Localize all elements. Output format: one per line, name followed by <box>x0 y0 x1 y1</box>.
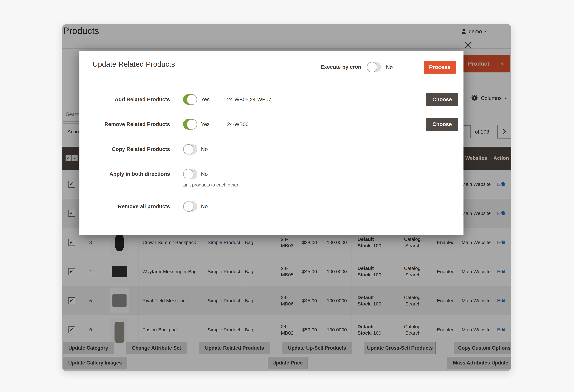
row-websites: Main Website <box>461 199 491 228</box>
choose-remove-button[interactable]: Choose <box>426 118 458 131</box>
apply-both-directions-label: Apply in both directions <box>80 168 170 181</box>
update-cross-sell-products-button[interactable]: Update Cross-Sell Products <box>364 342 436 354</box>
execute-by-cron-toggle[interactable] <box>367 62 381 72</box>
row-checkbox[interactable]: ✓ <box>68 326 75 333</box>
copy-related-products-label: Copy Related Products <box>80 143 170 156</box>
select-all-control[interactable]: ✓ ▼ <box>62 147 81 170</box>
add-product-split-button[interactable]: Product ▼ <box>463 55 510 73</box>
row-price: $45.00 <box>297 257 322 286</box>
row-qty: 100.0000 <box>322 257 351 286</box>
next-page-button[interactable] <box>497 125 511 138</box>
row-status: Enabled <box>430 286 461 315</box>
close-icon[interactable] <box>463 40 473 50</box>
screen: Products demo ▼ Product ▼ Search Actions <box>0 0 574 392</box>
table-row: ✓ 4 Wayfarer Messenger Bag Simple Produc… <box>62 257 511 286</box>
mass-attributes-update-button[interactable]: Mass Attributes Update <box>447 357 511 369</box>
row-id: 4 <box>81 257 100 286</box>
row-type: Simple Product <box>205 257 240 286</box>
apply-both-directions-note: Link products to each other <box>182 182 238 187</box>
edit-link[interactable]: Edit <box>497 327 505 333</box>
add-related-products-toggle[interactable] <box>183 94 197 105</box>
process-button[interactable]: Process <box>424 61 456 74</box>
row-sku: 24-MB06 <box>278 286 297 315</box>
add-related-products-input[interactable] <box>224 93 420 106</box>
row-stock: DefaultStock: 100 <box>351 315 396 344</box>
table-row: ✓ 5 Rival Field Messenger Simple Product… <box>62 286 511 315</box>
columns-control[interactable]: Columns ▼ <box>471 93 508 103</box>
row-checkbox[interactable]: ✓ <box>68 181 75 187</box>
update-related-products-modal: Update Related Products Execute by cron … <box>80 51 464 235</box>
row-id: 6 <box>81 315 100 344</box>
row-checkbox[interactable]: ✓ <box>68 239 75 246</box>
page-title: Products <box>63 25 99 36</box>
remove-related-products-label: Remove Related Products <box>80 118 170 131</box>
header-divider <box>62 48 511 49</box>
row-sku: 24-MB05 <box>278 257 297 286</box>
row-visibility: Catalog, Search <box>396 257 430 286</box>
row-name: Rival Field Messenger <box>139 286 205 315</box>
choose-add-button[interactable]: Choose <box>426 93 458 106</box>
checkbox-check-icon[interactable]: ✓ <box>65 155 72 161</box>
update-gallery-images-button[interactable]: Update Gallery Images <box>63 357 127 369</box>
col-header-action[interactable]: Action <box>491 147 511 170</box>
product-thumbnail <box>110 288 129 313</box>
update-category-button[interactable]: Update Category <box>63 342 114 354</box>
row-attribute-set: Bag <box>240 257 278 286</box>
caret-down-icon: ▼ <box>500 62 505 66</box>
caret-down-icon: ▼ <box>504 97 508 100</box>
remove-all-products-toggle[interactable] <box>183 201 197 212</box>
product-thumbnail <box>110 317 129 342</box>
row-price: $59.00 <box>297 315 322 344</box>
row-status: Enabled <box>430 257 461 286</box>
row-name: Fusion Backpack <box>139 315 205 344</box>
edit-link[interactable]: Edit <box>497 181 505 187</box>
row-checkbox[interactable]: ✓ <box>68 210 75 217</box>
remove-all-products-label: Remove all products <box>80 200 170 213</box>
row-websites: Main Website <box>461 286 491 315</box>
col-header-websites[interactable]: Websites <box>461 147 491 170</box>
row-stock: DefaultStock: 100 <box>351 286 396 315</box>
product-button-label[interactable]: Product <box>463 55 495 73</box>
copy-related-products-state: No <box>201 143 208 156</box>
add-related-products-label: Add Related Products <box>80 93 170 106</box>
caret-down-icon[interactable]: ▼ <box>72 155 78 161</box>
change-attribute-set-button[interactable]: Change Attribute Set <box>126 342 187 354</box>
update-price-button[interactable]: Update Price <box>268 357 308 369</box>
execute-by-cron-state: No <box>386 64 393 70</box>
row-qty: 100.0000 <box>322 286 351 315</box>
copy-custom-options-button[interactable]: Copy Custom Options <box>454 342 511 354</box>
row-checkbox[interactable]: ✓ <box>68 268 75 275</box>
row-status: Enabled <box>430 315 461 344</box>
execute-by-cron-label: Execute by cron <box>321 64 361 70</box>
row-type: Simple Product <box>205 315 240 344</box>
row-attribute-set: Bag <box>240 315 278 344</box>
edit-link[interactable]: Edit <box>497 239 505 246</box>
caret-down-icon: ▼ <box>484 30 487 33</box>
search-placeholder: Search <box>66 112 82 117</box>
edit-link[interactable]: Edit <box>497 210 505 217</box>
copy-related-products-toggle[interactable] <box>183 144 197 154</box>
columns-label: Columns <box>481 95 502 101</box>
chevron-right-icon <box>501 129 506 134</box>
edit-link[interactable]: Edit <box>497 268 505 275</box>
remove-related-products-toggle[interactable] <box>183 119 197 130</box>
edit-link[interactable]: Edit <box>497 298 505 304</box>
row-name: Wayfarer Messenger Bag <box>139 257 205 286</box>
row-qty: 100.0000 <box>322 315 351 344</box>
row-price: $45.00 <box>297 286 322 315</box>
apply-both-directions-state: No <box>201 168 208 181</box>
product-thumbnail <box>110 259 129 284</box>
product-button-dropdown[interactable]: ▼ <box>495 55 510 73</box>
update-up-sell-products-button[interactable]: Update Up-Sell Products <box>282 342 352 354</box>
user-menu[interactable]: demo ▼ <box>461 27 487 36</box>
apply-both-directions-toggle[interactable] <box>183 169 197 179</box>
remove-related-products-input[interactable] <box>224 118 420 131</box>
modal-title: Update Related Products <box>93 60 175 68</box>
row-checkbox[interactable]: ✓ <box>68 297 75 304</box>
table-row: ✓ 6 Fusion Backpack Simple Product Bag 2… <box>62 315 511 344</box>
update-related-products-button[interactable]: Update Related Products <box>199 342 270 354</box>
row-websites: Main Website <box>461 315 491 344</box>
remove-all-products-state: No <box>201 200 208 213</box>
row-visibility: Catalog, Search <box>396 286 430 315</box>
row-sku: 24-MB02 <box>278 315 297 344</box>
